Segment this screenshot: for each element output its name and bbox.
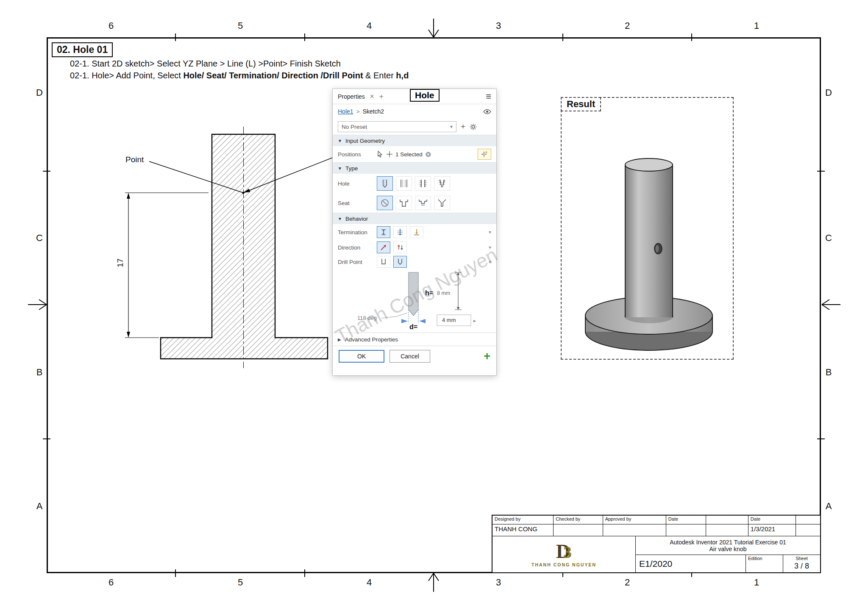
checked-by-value <box>554 524 603 536</box>
section-label: Type <box>345 165 358 172</box>
h-value: 8 mm <box>437 290 450 296</box>
dimension-17-label: 17 <box>116 258 125 267</box>
termination-distance-button[interactable] <box>377 226 390 238</box>
instruction-bold: h,d <box>396 71 409 80</box>
edition-label: Edition <box>748 556 762 561</box>
hole-simple-icon <box>379 178 390 189</box>
countersink-icon <box>437 198 448 208</box>
advanced-properties-row[interactable]: ▶ Advanced Properties <box>333 333 496 346</box>
termination-to-face-button[interactable] <box>410 226 423 238</box>
add-preset-icon[interactable]: + <box>461 122 465 131</box>
clear-selection-icon[interactable] <box>425 151 431 158</box>
chevron-down-icon: ▾ <box>450 124 453 130</box>
sheet-cell: Sheet 3 / 8 <box>783 555 820 572</box>
section-input-geometry[interactable]: ▼ Input Geometry <box>333 135 496 146</box>
direction-flip-button[interactable] <box>393 241 407 253</box>
spotface-icon <box>417 198 428 208</box>
cancel-button[interactable]: Cancel <box>389 350 430 363</box>
dimension-arrowhead <box>127 332 130 338</box>
h-label: h= <box>425 289 433 297</box>
empty-cell <box>796 516 820 524</box>
add-feature-plus-icon[interactable]: + <box>484 351 490 362</box>
add-tab-icon[interactable]: + <box>379 92 384 101</box>
hole-taper-tapped-button[interactable] <box>434 176 450 191</box>
termination-through-all-button[interactable] <box>393 226 407 238</box>
zone-number-bottom: 6 <box>105 577 117 588</box>
seat-spotface-button[interactable] <box>415 196 431 210</box>
drill-point-angle-button[interactable] <box>393 256 407 268</box>
counterbore-icon <box>398 198 409 208</box>
breadcrumb-sketch[interactable]: Sketch2 <box>362 108 384 115</box>
drill-angle-value: 118 deg <box>357 315 377 321</box>
positions-selection[interactable]: 1 Selected <box>377 151 478 158</box>
knob-cylinder-top <box>625 158 673 171</box>
point-label: Point <box>125 155 144 164</box>
preset-dropdown[interactable]: No Preset ▾ <box>338 121 456 132</box>
h-dimension-bracket <box>455 272 462 310</box>
hamburger-menu-icon[interactable]: ≡ <box>486 91 491 102</box>
positions-count: 1 Selected <box>395 151 423 158</box>
edition-cell: Edition <box>746 555 783 572</box>
seat-countersink-button[interactable] <box>434 196 450 210</box>
direction-flip-icon <box>396 243 404 252</box>
empty-cell <box>706 516 748 524</box>
zone-tick <box>562 33 563 41</box>
zone-number-top: 2 <box>621 20 634 31</box>
chevron-down-icon[interactable]: ▾ <box>489 229 491 235</box>
drill-point-flat-button[interactable] <box>377 256 390 268</box>
zone-tick <box>691 33 692 41</box>
add-position-button[interactable] <box>478 149 491 160</box>
point-crosshair-icon <box>386 151 393 158</box>
seat-none-button[interactable] <box>377 196 393 210</box>
chevron-down-icon[interactable]: ▾ <box>489 244 491 250</box>
seat-counterbore-button[interactable] <box>396 196 412 210</box>
zone-number-bottom: 5 <box>234 577 247 588</box>
preset-settings-gear-icon[interactable] <box>470 123 477 130</box>
section-type[interactable]: ▼ Type <box>333 162 496 174</box>
dimension-arrowhead <box>127 193 130 199</box>
section-collapsed-icon: ▶ <box>338 337 341 342</box>
termination-label: Termination <box>338 229 377 236</box>
preset-row: No Preset ▾ + <box>333 119 496 135</box>
zone-number-top: 3 <box>492 20 505 31</box>
zone-letter-left: C <box>33 233 46 244</box>
hole-tapped-icon <box>417 178 428 189</box>
hole-clearance-button[interactable] <box>396 176 412 191</box>
section-expand-icon: ▼ <box>338 216 342 221</box>
zone-tick <box>304 569 305 577</box>
company-logo: D3 THANH CONG NGUYEN <box>492 536 636 572</box>
chevron-down-icon[interactable]: ▾ <box>489 259 491 265</box>
checked-by-label: Checked by <box>554 516 603 524</box>
breadcrumb-feature-link[interactable]: Hole1 <box>338 108 353 115</box>
logo-name: THANH CONG NGUYEN <box>531 562 596 567</box>
tab-properties[interactable]: Properties <box>338 93 365 100</box>
zone-tick <box>43 438 50 439</box>
zone-number-top: 5 <box>234 20 247 31</box>
empty-cell <box>706 524 748 536</box>
hole-tapped-button[interactable] <box>415 176 431 191</box>
zone-tick <box>175 33 176 41</box>
d-spinner-icon[interactable]: ▸ <box>473 318 476 324</box>
step-title: 02. Hole 01 <box>52 42 113 57</box>
direction-default-icon <box>379 243 388 252</box>
hole-simple-button[interactable] <box>377 176 393 191</box>
title-block-labels-row: Designed by Checked by Approved by Date … <box>492 516 820 524</box>
hole-properties-panel: Properties × + ≡ Hole Hole1 > Sketch2 No… <box>332 89 497 376</box>
seat-type-label: Seat <box>338 200 377 206</box>
seat-type-row: Seat <box>333 193 496 213</box>
close-icon[interactable]: × <box>370 92 374 101</box>
zone-tick <box>304 33 305 41</box>
result-label: Result <box>561 97 601 111</box>
direction-default-button[interactable] <box>377 241 390 253</box>
ok-button[interactable]: OK <box>339 350 384 363</box>
zone-tick <box>175 569 176 577</box>
instruction-text: & Enter <box>363 71 396 80</box>
hole-type-label: Hole <box>338 180 377 187</box>
section-behavior[interactable]: ▼ Behavior <box>333 213 496 224</box>
instruction-line-2: 02-1. Hole> Add Point, Select Hole/ Seat… <box>70 71 409 80</box>
visibility-eye-icon[interactable] <box>483 109 491 114</box>
drill-point-angle-icon <box>395 258 405 266</box>
result-box: Result <box>561 97 734 360</box>
instruction-bold: Hole/ Seat/ Termination/ Direction /Dril… <box>183 71 363 80</box>
zone-number-bottom: 2 <box>621 577 634 588</box>
